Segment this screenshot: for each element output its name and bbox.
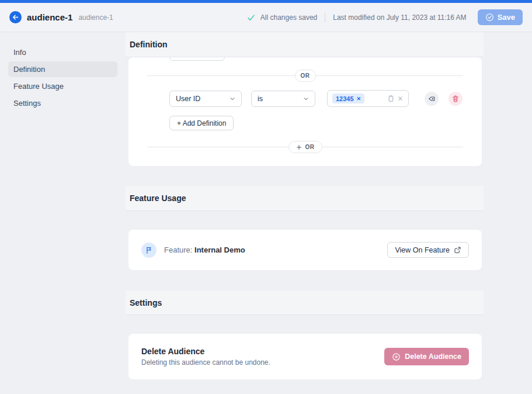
divider-line [322, 147, 464, 147]
back-button[interactable] [9, 11, 22, 23]
sidebar-item-definition[interactable]: Definition [8, 61, 117, 77]
operator-select-value: is [258, 95, 263, 103]
header-divider [325, 13, 325, 22]
delete-audience-button-label: Delete Audience [405, 352, 461, 361]
chip-remove-icon[interactable]: ✕ [357, 96, 361, 102]
attribute-select[interactable]: User ID [169, 91, 242, 107]
external-link-icon [454, 246, 461, 254]
definition-section-header: Definition [126, 32, 484, 57]
plus-icon [296, 144, 302, 150]
delete-audience-card: Delete Audience Deleting this audience c… [128, 334, 482, 379]
divider-line [147, 147, 288, 147]
feature-flag-badge [141, 243, 157, 258]
main-content: Definition OR User ID [126, 32, 484, 379]
add-or-label: OR [305, 144, 315, 150]
page-title: audience-1 [27, 12, 72, 22]
or-divider: OR [147, 70, 463, 82]
feature-usage-section-header: Feature Usage [126, 186, 484, 211]
feature-label: Feature: Internal Demo [164, 246, 245, 254]
chevron-down-icon [230, 96, 235, 102]
sidebar: Info Definition Feature Usage Settings [0, 32, 126, 112]
paste-clipboard-icon[interactable] [387, 95, 395, 102]
backspace-icon [427, 95, 436, 103]
view-on-feature-button[interactable]: View On Feature [387, 242, 469, 258]
divider-line [147, 75, 295, 76]
operator-select[interactable]: is [251, 91, 315, 107]
chevron-down-icon [303, 96, 309, 102]
delete-audience-title: Delete Audience [141, 347, 270, 356]
delete-audience-description: Deleting this audience cannot be undone. [141, 358, 270, 367]
circle-x-icon [392, 352, 401, 361]
delete-condition-button[interactable] [448, 92, 463, 106]
sidebar-item-feature-usage[interactable]: Feature Usage [8, 78, 117, 94]
or-label: OR [301, 72, 310, 79]
delete-audience-button[interactable]: Delete Audience [384, 348, 469, 365]
flag-icon [145, 246, 153, 254]
clear-values-icon[interactable] [397, 95, 404, 102]
sidebar-item-settings[interactable]: Settings [8, 95, 117, 111]
feature-name: Internal Demo [194, 246, 245, 254]
page-subtitle: audience-1 [78, 13, 113, 22]
settings-section-title: Settings [130, 298, 162, 307]
condition-row: User ID is [169, 90, 482, 107]
settings-section-header: Settings [126, 291, 484, 315]
save-button[interactable]: Save [478, 9, 523, 25]
values-input[interactable]: 12345 ✕ [327, 90, 409, 107]
save-check-icon [485, 13, 494, 22]
backspace-button[interactable] [425, 92, 439, 106]
add-definition-button[interactable]: + Add Definition [169, 116, 234, 130]
add-or-divider: OR [147, 141, 463, 153]
add-or-button[interactable]: OR [288, 141, 322, 153]
value-chip-label: 12345 [336, 95, 354, 102]
save-status-text: All changes saved [260, 13, 317, 22]
view-on-feature-label: View On Feature [395, 246, 450, 254]
sidebar-item-info[interactable]: Info [8, 44, 117, 60]
feature-usage-section-title: Feature Usage [130, 193, 186, 203]
save-button-label: Save [498, 13, 515, 22]
or-divider-pill: OR [295, 70, 316, 82]
feature-usage-card: Feature: Internal Demo View On Feature [128, 230, 482, 270]
trash-icon [451, 95, 460, 103]
divider-line [316, 75, 464, 76]
definition-card: OR User ID is [128, 57, 482, 166]
value-chip: 12345 ✕ [332, 94, 364, 103]
saved-check-icon [247, 14, 255, 21]
last-modified-text: Last modified on July 11, 2023 at 11:16 … [333, 13, 466, 22]
page-header: audience-1 audience-1 All changes saved … [0, 3, 532, 32]
arrow-left-icon [12, 13, 19, 21]
feature-label-prefix: Feature: [164, 246, 194, 254]
definition-section-title: Definition [130, 40, 168, 49]
partially-visible-button[interactable] [169, 57, 225, 61]
attribute-select-value: User ID [176, 95, 200, 103]
